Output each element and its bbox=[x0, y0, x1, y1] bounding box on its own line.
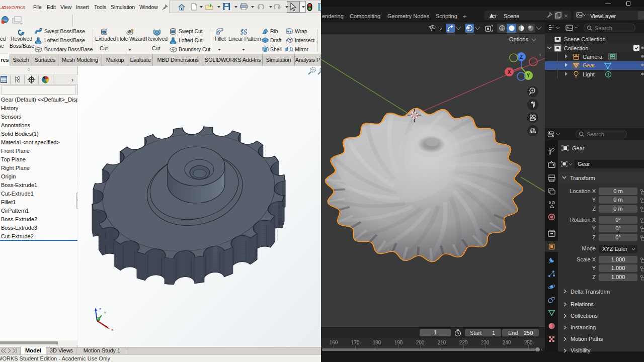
svg-text:Z: Z bbox=[520, 54, 523, 60]
svg-text:z: z bbox=[99, 307, 101, 311]
svg-text:X: X bbox=[508, 69, 511, 75]
svg-text:Y: Y bbox=[104, 311, 107, 315]
svg-text:Y: Y bbox=[527, 73, 530, 78]
svg-text:x: x bbox=[111, 327, 113, 332]
